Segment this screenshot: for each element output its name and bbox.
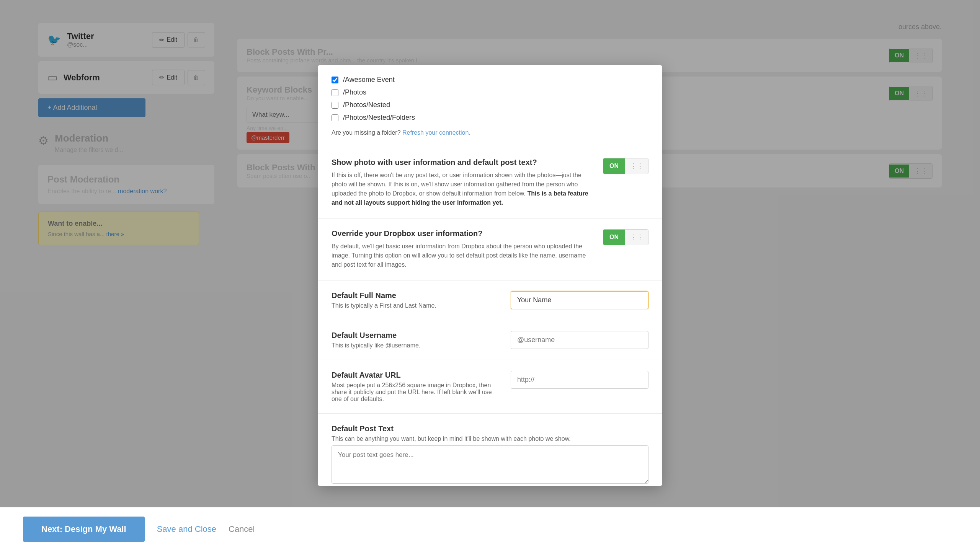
avatar-label-group: Default Avatar URL Most people put a 256… bbox=[332, 371, 503, 403]
photos-nested-checkbox[interactable]: /Photos/Nested bbox=[332, 101, 648, 109]
default-post-text-section: Default Post Text This can be anything y… bbox=[318, 414, 662, 486]
folders-section: /Awesome Event /Photos /Photos/Nested /P… bbox=[318, 65, 662, 147]
override-toggle[interactable]: ON ⋮⋮ bbox=[603, 229, 648, 245]
post-text-desc: This can be anything you want, but keep … bbox=[332, 435, 648, 442]
show-photo-toggle[interactable]: ON ⋮⋮ bbox=[603, 158, 648, 174]
awesome-event-checkbox[interactable]: /Awesome Event bbox=[332, 76, 648, 84]
override-toggle-dots-btn[interactable]: ⋮⋮ bbox=[625, 230, 648, 245]
avatar-url-input[interactable] bbox=[511, 371, 648, 389]
show-photo-section: Show photo with user information and def… bbox=[318, 147, 662, 218]
full-name-label-group: Default Full Name This is typically a Fi… bbox=[332, 291, 503, 309]
default-username-section: Default Username This is typically like … bbox=[318, 320, 662, 360]
username-label-group: Default Username This is typically like … bbox=[332, 331, 503, 349]
default-full-name-section: Default Full Name This is typically a Fi… bbox=[318, 280, 662, 320]
awesome-event-check[interactable] bbox=[332, 77, 338, 83]
username-input[interactable] bbox=[511, 331, 648, 349]
post-text-label: Default Post Text bbox=[332, 424, 648, 433]
username-row: Default Username This is typically like … bbox=[332, 331, 648, 349]
full-name-desc: This is typically a First and Last Name. bbox=[332, 302, 503, 309]
override-toggle-row: Override your Dropbox user information? … bbox=[332, 229, 648, 269]
default-avatar-section: Default Avatar URL Most people put a 256… bbox=[318, 360, 662, 414]
override-content: Override your Dropbox user information? … bbox=[332, 229, 595, 269]
show-photo-toggle-row: Show photo with user information and def… bbox=[332, 158, 648, 207]
photos-nested-check[interactable] bbox=[332, 102, 338, 109]
full-name-input[interactable] bbox=[511, 291, 648, 309]
show-photo-content: Show photo with user information and def… bbox=[332, 158, 595, 207]
override-title: Override your Dropbox user information? bbox=[332, 229, 595, 238]
dropbox-modal: /Awesome Event /Photos /Photos/Nested /P… bbox=[318, 65, 662, 486]
photos-nested-folders-checkbox[interactable]: /Photos/Nested/Folders bbox=[332, 114, 648, 122]
show-photo-on-label: ON bbox=[603, 158, 625, 174]
save-close-btn[interactable]: Save and Close bbox=[157, 524, 216, 534]
next-design-btn[interactable]: Next: Design My Wall bbox=[23, 517, 145, 542]
show-photo-title: Show photo with user information and def… bbox=[332, 158, 595, 167]
override-desc: By default, we'll get basic user informa… bbox=[332, 242, 595, 269]
full-name-row: Default Full Name This is typically a Fi… bbox=[332, 291, 648, 309]
photos-check[interactable] bbox=[332, 89, 338, 96]
avatar-label: Default Avatar URL bbox=[332, 371, 503, 380]
avatar-row: Default Avatar URL Most people put a 256… bbox=[332, 371, 648, 403]
post-text-textarea[interactable] bbox=[332, 445, 648, 484]
show-photo-desc: If this is off, there won't be any post … bbox=[332, 171, 595, 207]
show-photo-toggle-dots-btn[interactable]: ⋮⋮ bbox=[625, 158, 648, 174]
modal-body: /Awesome Event /Photos /Photos/Nested /P… bbox=[318, 65, 662, 486]
override-section: Override your Dropbox user information? … bbox=[318, 218, 662, 280]
cancel-btn[interactable]: Cancel bbox=[229, 524, 255, 534]
photos-checkbox[interactable]: /Photos bbox=[332, 88, 648, 96]
modal-overlay: /Awesome Event /Photos /Photos/Nested /P… bbox=[0, 0, 980, 551]
username-desc: This is typically like @username. bbox=[332, 342, 503, 349]
missing-folder-text: Are you missing a folder? Refresh your c… bbox=[332, 129, 648, 136]
override-on-label: ON bbox=[603, 230, 625, 245]
full-name-label: Default Full Name bbox=[332, 291, 503, 300]
refresh-connection-link[interactable]: Refresh your connection. bbox=[402, 129, 470, 136]
folder-checkboxes: /Awesome Event /Photos /Photos/Nested /P… bbox=[332, 76, 648, 122]
username-label: Default Username bbox=[332, 331, 503, 340]
photos-nested-folders-check[interactable] bbox=[332, 114, 338, 121]
avatar-desc: Most people put a 256x256 square image i… bbox=[332, 382, 503, 403]
bottom-bar: Next: Design My Wall Save and Close Canc… bbox=[0, 507, 980, 551]
